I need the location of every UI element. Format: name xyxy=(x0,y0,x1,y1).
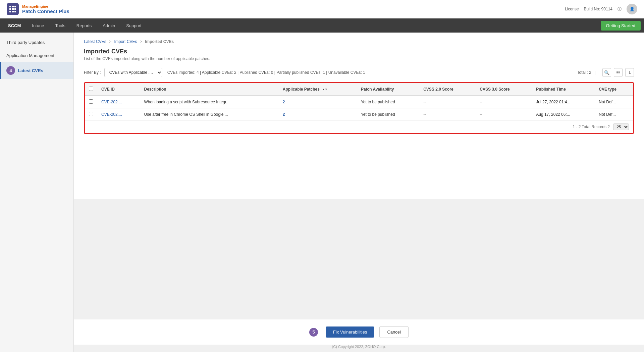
header-patch-availability: Patch Availability xyxy=(357,83,419,96)
content-area: Latest CVEs > Import CVEs > Imported CVE… xyxy=(74,33,644,199)
logo-text: ManageEngine Patch Connect Plus xyxy=(22,4,69,14)
brand-name: ManageEngine xyxy=(22,4,69,8)
row2-checkbox-cell xyxy=(85,108,97,121)
nav-intune[interactable]: Intune xyxy=(27,20,49,31)
product-name: Patch Connect Plus xyxy=(22,8,69,14)
page-title: Imported CVEs xyxy=(84,48,634,55)
row2-cvss3: -- xyxy=(476,108,532,121)
highlighted-table-container: CVE ID Description Applicable Patches ▲▼… xyxy=(84,82,634,134)
filter-bar: Filter By : CVEs with Applicable .... CV… xyxy=(84,68,634,77)
nav-sccm[interactable]: SCCM xyxy=(3,20,25,31)
row1-cve-type: Not Def... xyxy=(595,96,633,108)
latest-cves-label: Latest CVEs xyxy=(18,68,43,73)
table-header-row: CVE ID Description Applicable Patches ▲▼… xyxy=(85,83,633,96)
filter-by-label: Filter By : xyxy=(84,70,101,75)
header-cvss3: CVSS 3.0 Score xyxy=(476,83,532,96)
breadcrumb-sep-1: > xyxy=(109,39,111,44)
cve-table: CVE ID Description Applicable Patches ▲▼… xyxy=(85,83,633,120)
toolbar-icons: 🔍 ☷ ⇓ xyxy=(602,68,634,77)
sidebar: Third party Updates Application Manageme… xyxy=(0,33,74,352)
table-container: CVE ID Description Applicable Patches ▲▼… xyxy=(85,83,633,133)
row2-cve-type: Not Def... xyxy=(595,108,633,121)
pagination-info: 1 - 2 Total Records 2 xyxy=(573,124,610,129)
separator: | xyxy=(595,70,596,75)
step-4-badge: 4 xyxy=(6,66,15,75)
cancel-button[interactable]: Cancel xyxy=(379,326,408,338)
export-icon-button[interactable]: ⇓ xyxy=(625,68,634,77)
row2-patch-count-link[interactable]: 2 xyxy=(283,112,285,117)
step-5-badge: 5 xyxy=(309,328,318,337)
header-published-time: Published Time xyxy=(532,83,595,96)
help-icon[interactable]: ⓘ xyxy=(618,6,622,12)
nav-admin[interactable]: Admin xyxy=(98,20,120,31)
row1-published-time: Jul 27, 2022 01:4... xyxy=(532,96,595,108)
row2-published-time: Aug 17, 2022 06:... xyxy=(532,108,595,121)
grid-icon xyxy=(9,6,16,12)
license-label: License xyxy=(565,7,579,11)
row1-cvss2: -- xyxy=(419,96,476,108)
header-cve-id: CVE ID xyxy=(97,83,140,96)
row2-description: Use after free in Chrome OS Shell in Goo… xyxy=(140,108,279,121)
main-layout: Third party Updates Application Manageme… xyxy=(0,33,644,352)
breadcrumb-latest-cves[interactable]: Latest CVEs xyxy=(84,39,106,44)
avatar[interactable]: 👤 xyxy=(627,4,637,14)
row1-checkbox[interactable] xyxy=(89,99,93,104)
row1-checkbox-cell xyxy=(85,96,97,108)
sidebar-item-third-party-updates[interactable]: Third party Updates xyxy=(0,36,73,49)
row2-applicable-patches: 2 xyxy=(279,108,357,121)
fix-vulnerabilities-button[interactable]: Fix Vulnerabilities xyxy=(326,326,374,338)
select-all-checkbox[interactable] xyxy=(89,87,93,91)
filter-select[interactable]: CVEs with Applicable .... xyxy=(104,68,162,77)
row2-cve-id: CVE-202.... xyxy=(97,108,140,121)
pagination-row: 1 - 2 Total Records 2 25 50 xyxy=(85,120,633,133)
sidebar-item-application-management[interactable]: Application Management xyxy=(0,49,73,62)
row1-patch-availability: Yet to be published xyxy=(357,96,419,108)
row2-patch-availability: Yet to be published xyxy=(357,108,419,121)
header-cve-type: CVE type xyxy=(595,83,633,96)
row1-cvss3: -- xyxy=(476,96,532,108)
breadcrumb-current: Imported CVEs xyxy=(145,39,174,44)
nav-support[interactable]: Support xyxy=(121,20,146,31)
build-number: Build No: 90114 xyxy=(584,7,612,11)
page-subtitle: List of the CVEs imported along with the… xyxy=(84,56,634,61)
row1-description: When loading a script with Subresource I… xyxy=(140,96,279,108)
breadcrumb-import-cves[interactable]: Import CVEs xyxy=(114,39,137,44)
header-description: Description xyxy=(140,83,279,96)
row2-checkbox[interactable] xyxy=(89,112,93,116)
application-management-label: Application Management xyxy=(6,53,54,58)
top-right: License Build No: 90114 ⓘ 👤 xyxy=(565,4,637,14)
third-party-updates-label: Third party Updates xyxy=(6,40,45,45)
row1-cve-id: CVE-202.... xyxy=(97,96,140,108)
breadcrumb: Latest CVEs > Import CVEs > Imported CVE… xyxy=(84,39,634,44)
bottom-bar: 5 Fix Vulnerabilities Cancel xyxy=(74,319,644,345)
sort-arrows-applicable-patches[interactable]: ▲▼ xyxy=(322,88,327,91)
header-cvss2: CVSS 2.0 Score xyxy=(419,83,476,96)
table-body: CVE-202.... When loading a script with S… xyxy=(85,96,633,120)
filter-stats: CVEs imported: 4 | Applicable CVEs: 2 | … xyxy=(167,70,365,75)
row1-cve-link[interactable]: CVE-202.... xyxy=(101,100,122,104)
row2-cve-link[interactable]: CVE-202.... xyxy=(101,112,122,117)
table-row: CVE-202.... When loading a script with S… xyxy=(85,96,633,108)
footer-copyright: (C) Copyright 2022, ZOHO Corp. xyxy=(74,345,644,352)
top-bar: ManageEngine Patch Connect Plus License … xyxy=(0,0,644,18)
row1-patch-count-link[interactable]: 2 xyxy=(283,100,285,104)
row2-cvss2: -- xyxy=(419,108,476,121)
breadcrumb-sep-2: > xyxy=(140,39,142,44)
getting-started-button[interactable]: Getting Started xyxy=(601,21,641,31)
row1-applicable-patches: 2 xyxy=(279,96,357,108)
sidebar-item-latest-cves[interactable]: 4 Latest CVEs xyxy=(0,62,73,79)
logo-area: ManageEngine Patch Connect Plus xyxy=(7,3,69,15)
bottom-area: 5 Fix Vulnerabilities Cancel (C) Copyrig… xyxy=(74,199,644,352)
nav-tools[interactable]: Tools xyxy=(50,20,70,31)
nav-reports[interactable]: Reports xyxy=(72,20,97,31)
page-size-select[interactable]: 25 50 xyxy=(613,123,629,130)
columns-icon-button[interactable]: ☷ xyxy=(614,68,623,77)
table-row: CVE-202.... Use after free in Chrome OS … xyxy=(85,108,633,121)
total-count: Total : 2 xyxy=(577,70,591,75)
header-applicable-patches: Applicable Patches ▲▼ xyxy=(279,83,357,96)
nav-bar: SCCM Intune Tools Reports Admin Support … xyxy=(0,18,644,33)
header-checkbox-col xyxy=(85,83,97,96)
app-icon xyxy=(7,3,19,15)
search-icon-button[interactable]: 🔍 xyxy=(602,68,611,77)
